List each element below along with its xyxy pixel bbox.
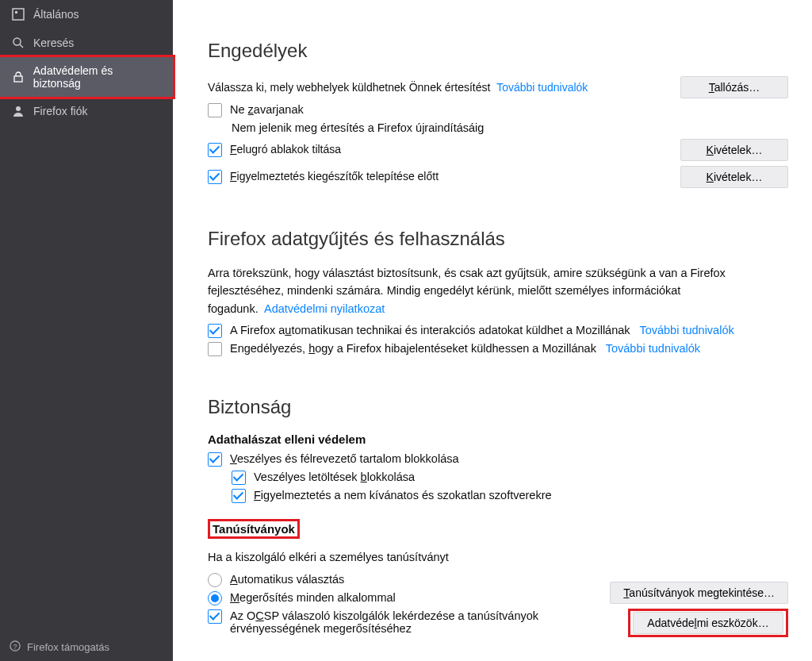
sidebar-item-label: Általános	[33, 8, 79, 21]
svg-point-2	[13, 38, 21, 45]
popup-checkbox[interactable]	[208, 143, 222, 157]
crash-learn-more-link[interactable]: További tudnivalók	[606, 342, 700, 355]
ocsp-checkbox[interactable]	[208, 609, 222, 624]
sidebar-item-privacy[interactable]: Adatvédelem és biztonság	[0, 57, 173, 97]
block-dangerous-checkbox[interactable]	[208, 452, 222, 467]
privacy-notice-link[interactable]: Adatvédelmi nyilatkozat	[264, 302, 385, 315]
help-icon: ?	[10, 640, 21, 654]
sidebar-item-label: Firefox fiók	[33, 105, 87, 117]
popup-label: Felugró ablakok tiltása	[230, 143, 341, 156]
telemetry-learn-more-link[interactable]: További tudnivalók	[639, 324, 733, 336]
security-title: Biztonság	[208, 396, 788, 418]
telemetry-checkbox[interactable]	[208, 324, 222, 338]
sidebar-item-general[interactable]: Általános	[0, 0, 173, 29]
browse-button[interactable]: Tallózás…	[680, 76, 788, 98]
svg-rect-1	[15, 11, 17, 13]
cert-auto-label: Automatikus választás	[230, 573, 344, 586]
svg-rect-4	[14, 76, 22, 82]
phishing-header: Adathalászat elleni védelem	[208, 432, 788, 446]
exceptions-button-popup[interactable]: Kivételek…	[680, 139, 788, 161]
cert-auto-radio[interactable]	[208, 573, 222, 587]
permissions-notify-desc: Válassza ki, mely webhelyek küldhetnek Ö…	[208, 81, 490, 94]
general-icon	[11, 7, 25, 21]
dnd-sub: Nem jelenik meg értesítés a Firefox újra…	[232, 121, 788, 134]
crash-report-label: Engedélyezés, hogy a Firefox hibajelenté…	[230, 342, 700, 355]
svg-rect-0	[13, 9, 24, 20]
svg-line-3	[20, 44, 23, 48]
block-dangerous-label: Veszélyes és félrevezető tartalom blokko…	[230, 452, 459, 465]
data-collection-desc: Arra törekszünk, hogy választást biztosí…	[208, 264, 788, 317]
search-icon	[11, 36, 25, 50]
permissions-learn-more-link[interactable]: További tudnivalók	[496, 81, 588, 94]
crash-report-checkbox[interactable]	[208, 342, 222, 356]
view-certs-button[interactable]: Tanúsítványok megtekintése…	[610, 582, 788, 604]
warn-unwanted-label: Figyelmeztetés a nem kívánatos és szokat…	[254, 489, 552, 502]
telemetry-label: A Firefox automatikusan technikai és int…	[230, 324, 734, 336]
sidebar-support-label: Firefox támogatás	[27, 641, 109, 653]
addon-warn-label: Figyelmeztetés kiegészítők telepítése el…	[230, 170, 439, 183]
sidebar: Általános Keresés Adatvédelem és biztons…	[0, 0, 173, 661]
lock-icon	[11, 70, 25, 84]
ocsp-label: Az OCSP válaszoló kiszolgálók lekérdezés…	[230, 609, 610, 635]
addon-warn-checkbox[interactable]	[208, 170, 222, 184]
exceptions-button-addon[interactable]: Kivételek…	[680, 166, 788, 188]
svg-text:?: ?	[13, 643, 17, 651]
data-collection-title: Firefox adatgyűjtés és felhasználás	[208, 228, 788, 250]
dnd-label: Ne zavarjanak	[230, 103, 304, 116]
block-downloads-checkbox[interactable]	[232, 471, 246, 485]
cert-ask-radio[interactable]	[208, 591, 222, 605]
dnd-checkbox[interactable]	[208, 103, 222, 117]
security-devices-button[interactable]: Adatvédelmi eszközök…	[633, 612, 783, 634]
cert-ask-label: Megerősítés minden alkalommal	[230, 591, 396, 604]
sidebar-item-account[interactable]: Firefox fiók	[0, 97, 173, 125]
permissions-title: Engedélyek	[208, 40, 788, 62]
svg-point-5	[16, 106, 21, 111]
person-icon	[11, 104, 25, 118]
warn-unwanted-checkbox[interactable]	[232, 489, 246, 503]
certs-header: Tanúsítványok	[208, 519, 300, 539]
content-area: Engedélyek Válassza ki, mely webhelyek k…	[173, 0, 812, 661]
block-downloads-label: Veszélyes letöltések blokkolása	[254, 471, 415, 483]
sidebar-item-label: Keresés	[33, 37, 74, 49]
sidebar-item-label: Adatvédelem és biztonság	[33, 64, 162, 90]
sidebar-support-link[interactable]: ? Firefox támogatás	[0, 633, 173, 661]
certs-desc: Ha a kiszolgáló elkéri a személyes tanús…	[208, 548, 610, 566]
sidebar-item-search[interactable]: Keresés	[0, 29, 173, 57]
